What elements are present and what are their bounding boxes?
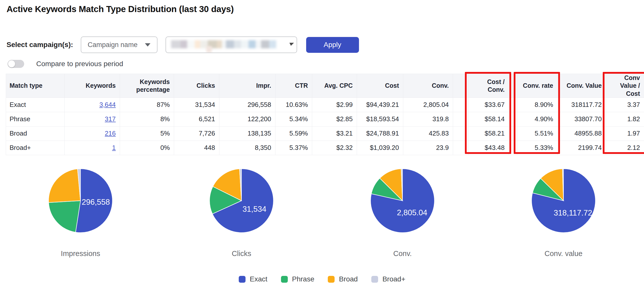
cell-metric: 33807.70 xyxy=(557,112,606,126)
cell-metric: 5.51% xyxy=(517,126,557,141)
pie-chart-impressions: 296,558Impressions xyxy=(0,163,161,258)
spacer-cell xyxy=(509,98,517,112)
keywords-count-link[interactable]: 317 xyxy=(105,115,116,123)
cell-metric: 2.12 xyxy=(606,141,644,155)
cell-metric: 138,135 xyxy=(219,126,275,141)
legend-label: Broad xyxy=(339,275,358,283)
keywords-count-link[interactable]: 216 xyxy=(105,130,116,137)
col-header-conv-value: Conv. Value xyxy=(557,74,606,98)
pie-svg: 31,534 xyxy=(209,168,274,233)
cell-metric: 319.8 xyxy=(403,112,453,126)
legend-swatch-icon xyxy=(328,276,335,283)
pie-value-label: 296,558 xyxy=(82,198,110,206)
cell-metric: $2.32 xyxy=(312,141,357,155)
spacer-cell xyxy=(453,98,469,112)
compare-toggle-row: Compare to previous period xyxy=(8,60,123,68)
cell-metric: 87% xyxy=(120,98,174,112)
spacer-cell xyxy=(453,141,469,155)
col-header-conv: Conv. xyxy=(403,74,453,98)
cell-metric: 10.63% xyxy=(275,98,312,112)
report-page: { "page": { "title": "Active Keywords Ma… xyxy=(0,0,644,295)
cell-metric: 2199.74 xyxy=(557,141,606,155)
cell-match-type: Broad+ xyxy=(6,141,65,155)
table-row: Broad2165%7,726138,1355.59%$3.21$24,788.… xyxy=(6,126,644,141)
cell-metric: 6,521 xyxy=(174,112,219,126)
cell-metric: 1.97 xyxy=(606,126,644,141)
spacer-cell xyxy=(453,112,469,126)
col-header-ctr: CTR xyxy=(275,74,312,98)
chevron-down-icon xyxy=(289,43,294,46)
pie-value-label: 2,805.04 xyxy=(397,208,427,217)
compare-toggle-label: Compare to previous period xyxy=(36,60,123,68)
cell-metric: 4.90% xyxy=(517,112,557,126)
compare-toggle[interactable] xyxy=(8,60,24,68)
spacer-cell xyxy=(453,126,469,141)
cell-metric: $58.21 xyxy=(469,126,509,141)
cell-metric: 5.59% xyxy=(275,126,312,141)
pie-value-label: 31,534 xyxy=(243,205,266,214)
pie-svg: 2,805.04 xyxy=(370,168,435,233)
legend-item-broad-plus: Broad+ xyxy=(371,275,405,283)
cell-keywords: 216 xyxy=(65,126,120,141)
cell-metric: $3.21 xyxy=(312,126,357,141)
col-header-impr: Impr. xyxy=(219,74,275,98)
cell-metric: 7,726 xyxy=(174,126,219,141)
spacer-cell xyxy=(509,141,517,155)
cell-metric: 318117.72 xyxy=(557,98,606,112)
cell-metric: 5.34% xyxy=(275,112,312,126)
dropdown-selected-value: Campaign name xyxy=(88,41,138,49)
cell-metric: 23.9 xyxy=(403,141,453,155)
cell-metric: 8% xyxy=(120,112,174,126)
pie-value-label: 318,117.72 xyxy=(554,208,592,217)
pie-slice-broad xyxy=(49,169,80,203)
cell-metric: 1.82 xyxy=(606,112,644,126)
select-campaigns-label: Select campaign(s): xyxy=(7,41,73,49)
spacer-column xyxy=(509,74,517,98)
pie-chart-conv: 2,805.04Conv. xyxy=(322,163,483,258)
keywords-table: Match type Keywords Keywords percentage … xyxy=(6,74,644,155)
col-header-avg-cpc: Avg. CPC xyxy=(312,74,357,98)
pie-chart-title: Conv. value xyxy=(545,249,583,258)
blurred-campaign-value xyxy=(206,46,212,53)
spacer-cell xyxy=(509,126,517,141)
legend-item-broad: Broad xyxy=(328,275,358,283)
keywords-count-link[interactable]: 1 xyxy=(112,144,116,151)
cell-metric: 3.37 xyxy=(606,98,644,112)
pie-chart-conv-value: 318,117.72Conv. value xyxy=(483,163,644,258)
col-header-cost-per-conv: Cost / Conv. xyxy=(469,74,509,98)
col-header-match-type: Match type xyxy=(6,74,65,98)
col-header-clicks: Clicks xyxy=(174,74,219,98)
cell-metric: $2.99 xyxy=(312,98,357,112)
pie-svg: 296,558 xyxy=(48,168,113,233)
legend-swatch-icon xyxy=(239,276,246,283)
cell-metric: $33.67 xyxy=(469,98,509,112)
pie-slice-phrase xyxy=(49,201,80,232)
cell-metric: 0% xyxy=(120,141,174,155)
apply-button[interactable]: Apply xyxy=(306,37,359,53)
cell-metric: 2,805.04 xyxy=(403,98,453,112)
col-header-cost: Cost xyxy=(357,74,403,98)
table-row: Broad+10%4488,3505.37%$2.32$1,039.2023.9… xyxy=(6,141,644,155)
legend-item-exact: Exact xyxy=(239,275,267,283)
cell-metric: 5.37% xyxy=(275,141,312,155)
cell-metric: $24,788.91 xyxy=(357,126,403,141)
page-title: Active Keywords Match Type Distribution … xyxy=(7,4,234,14)
cell-metric: 425.83 xyxy=(403,126,453,141)
cell-metric: 5% xyxy=(120,126,174,141)
table-row: Exact3,64487%31,534296,55810.63%$2.99$94… xyxy=(6,98,644,112)
cell-match-type: Phrase xyxy=(6,112,65,126)
pie-chart-title: Conv. xyxy=(393,249,412,258)
chart-legend: ExactPhraseBroadBroad+ xyxy=(0,275,644,283)
campaign-select-input[interactable] xyxy=(166,36,297,53)
cell-metric: $2.85 xyxy=(312,112,357,126)
cell-metric: 296,558 xyxy=(219,98,275,112)
col-header-conv-value-per-cost: Conv Value / Cost xyxy=(606,74,644,98)
pie-svg: 318,117.72 xyxy=(531,168,596,233)
pie-chart-title: Clicks xyxy=(232,249,251,258)
keywords-count-link[interactable]: 3,644 xyxy=(99,101,116,108)
keywords-table-wrap: Match type Keywords Keywords percentage … xyxy=(6,74,644,155)
cell-metric: 448 xyxy=(174,141,219,155)
campaign-name-dropdown[interactable]: Campaign name xyxy=(81,36,157,53)
toggle-knob xyxy=(8,60,15,67)
cell-metric: 48955.88 xyxy=(557,126,606,141)
